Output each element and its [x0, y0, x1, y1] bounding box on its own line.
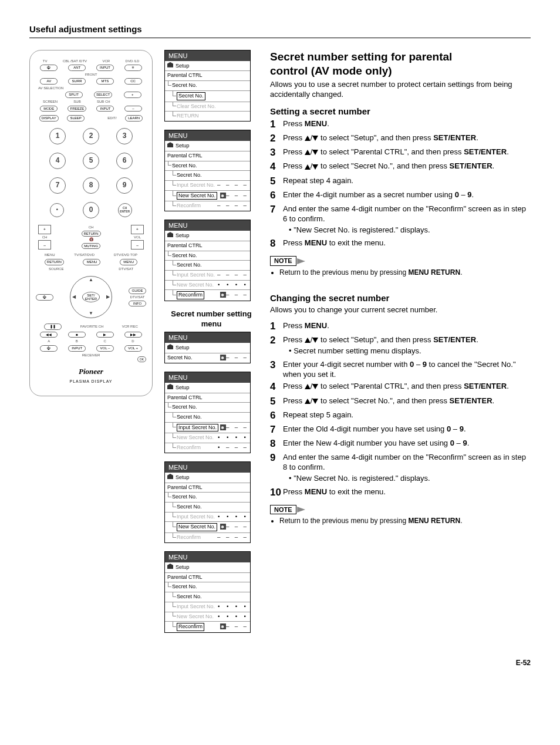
play-button[interactable]: ▶ — [96, 332, 114, 338]
dpad[interactable]: ▲ ▼ ◀ ▶ SET/ ENTER — [70, 276, 112, 318]
ant-button[interactable]: ANT — [68, 65, 86, 71]
input-button[interactable]: INPUT — [96, 65, 114, 71]
value-cursor: ✱– – – — [220, 623, 248, 631]
secret-no-label: Secret No. — [172, 163, 197, 170]
value-cursor: ✱– – – — [220, 355, 248, 362]
num-2[interactable]: 2 — [83, 128, 99, 144]
secret-no-label: Secret No. — [177, 504, 202, 511]
num-0[interactable]: 0 — [83, 202, 99, 218]
value-dashes: – – – – — [217, 182, 248, 189]
num-5[interactable]: 5 — [83, 153, 99, 169]
ch-up-button[interactable]: + — [38, 225, 51, 234]
input-secret-label: Input Secret No. — [177, 604, 215, 611]
vol-minus-button[interactable]: VOL – — [96, 345, 114, 352]
num-4[interactable]: 4 — [49, 153, 66, 169]
parental-label: Parental CTRL — [167, 395, 203, 402]
parental-label: Parental CTRL — [167, 574, 203, 581]
vol-down-button[interactable]: – — [131, 240, 144, 250]
ch-down-button[interactable]: – — [38, 240, 51, 250]
fav-c: C — [103, 339, 106, 343]
steps-list-1: 1Press MENU. 2Press / to select "Setup",… — [270, 118, 531, 250]
value-dashes: – – – – — [217, 272, 248, 279]
ff-button[interactable]: ▶▶ — [124, 332, 142, 338]
value-dashes: – – – – — [217, 534, 248, 541]
source-power-button[interactable]: ⏻ — [36, 294, 53, 301]
menu-title: MENU — [165, 130, 250, 141]
pause-button[interactable]: ❚❚ — [44, 323, 62, 330]
parental-label: Parental CTRL — [167, 242, 203, 250]
note-label: NOTE — [270, 505, 296, 514]
subtitle-1: Setting a secret number — [270, 106, 531, 117]
sleep-button[interactable]: SLEEP — [67, 115, 85, 122]
cc-button[interactable]: CC — [124, 78, 142, 85]
secret-no-label: Secret No. — [172, 82, 197, 89]
receiver-power-button[interactable]: ⏻ — [40, 345, 58, 352]
mode-vcr: VCR — [103, 59, 110, 63]
menu-box-2: MENU Setup Parental CTRL Secret No. Secr… — [164, 130, 251, 211]
section-title: Secret number setting for parentalcontro… — [270, 50, 531, 79]
mode-button[interactable]: MODE — [40, 106, 58, 112]
return-button[interactable]: RETURN — [82, 231, 101, 237]
parental-label: Parental CTRL — [167, 72, 203, 79]
front-label: FRONT — [36, 73, 146, 77]
value-dots: • • • • — [217, 604, 248, 611]
menu-return-button[interactable]: RETURN — [45, 259, 64, 265]
freeze-button[interactable]: FREEZE — [68, 106, 86, 112]
value-dots: • • • • — [217, 434, 248, 441]
favorite-label: FAVORITE CH — [80, 325, 104, 329]
rewind-button[interactable]: ◀◀ — [40, 332, 58, 338]
stop-button[interactable]: ■ — [68, 332, 86, 338]
vol-plus-button[interactable]: VOL + — [124, 345, 142, 352]
down-icon — [312, 338, 318, 343]
secret-no-label: Secret No. — [172, 494, 197, 501]
up-icon — [305, 399, 311, 404]
select-button[interactable]: SELECT — [94, 92, 112, 98]
muting-button[interactable]: MUTING — [82, 243, 100, 250]
surr-button[interactable]: SURR — [68, 78, 86, 85]
info-button[interactable]: INFO — [129, 301, 146, 307]
num-7[interactable]: 7 — [49, 177, 66, 194]
receiver-input-button[interactable]: INPUT — [68, 345, 86, 352]
minus-button[interactable]: – — [124, 106, 142, 112]
setup-icon — [167, 232, 173, 237]
vcr-rec-label: VCR REC — [122, 325, 138, 329]
num-dot[interactable]: • — [50, 203, 64, 217]
sub-bullet: "New Secret No. is registered." displays… — [289, 474, 531, 484]
light-button[interactable]: ✳ — [124, 65, 142, 71]
secret-no-label: Secret No. — [172, 252, 197, 259]
value-cursor: ✱– – – — [220, 193, 248, 200]
setup-icon — [167, 474, 173, 479]
page-header: Useful adjustment settings — [29, 23, 531, 38]
input-secret-label: Input Secret No. — [177, 182, 215, 189]
set-enter-button[interactable]: SET/ ENTER — [82, 292, 100, 302]
ch-enter-button[interactable]: CH ENTER — [118, 203, 132, 217]
num-9[interactable]: 9 — [116, 177, 133, 194]
power-icon[interactable]: ⏻ — [40, 65, 58, 71]
num-6[interactable]: 6 — [116, 153, 133, 169]
remote-control: TV CBL /SAT /DTV VCR DVD /LD ⏻ ANT INPUT… — [29, 50, 153, 396]
menu-button[interactable]: MENU — [83, 259, 100, 265]
vol-up-button[interactable]: + — [131, 225, 144, 234]
learn-button[interactable]: LEARN — [125, 115, 143, 122]
menu-title: MENU — [165, 462, 250, 473]
up-icon — [305, 164, 311, 170]
mode-cbl: CBL /SAT /DTV — [63, 59, 87, 63]
num-3[interactable]: 3 — [116, 128, 133, 144]
av-button[interactable]: AV — [40, 78, 58, 85]
split-button[interactable]: SPLIT — [65, 92, 83, 98]
ok-button[interactable]: OK — [137, 356, 146, 362]
mts-button[interactable]: MTS — [96, 78, 114, 85]
guide-button[interactable]: GUIDE — [129, 288, 146, 294]
input2-button[interactable]: INPUT — [96, 106, 114, 112]
value-cursor: ✱– – – — [220, 524, 248, 531]
plus-button[interactable]: + — [124, 92, 141, 98]
value-dashes: – – – – — [217, 203, 248, 210]
setup-label: Setup — [176, 143, 190, 149]
down-icon — [312, 150, 318, 155]
menu-button-2[interactable]: MENU — [120, 259, 137, 265]
display-button[interactable]: DISPLAY — [39, 115, 59, 122]
num-8[interactable]: 8 — [83, 177, 99, 194]
num-1[interactable]: 1 — [49, 128, 66, 144]
setup-label: Setup — [176, 345, 190, 350]
dtvsat-label-2: DTV/SAT — [130, 295, 145, 299]
